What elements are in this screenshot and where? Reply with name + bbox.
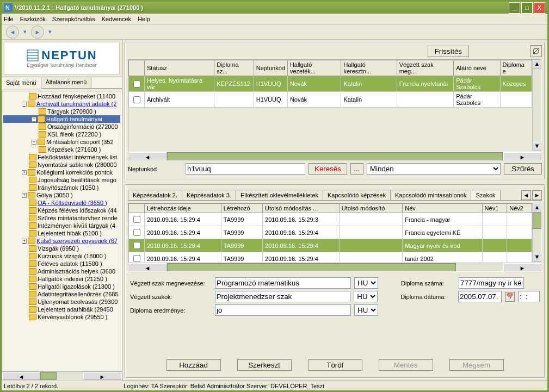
- tree-item[interactable]: Hallgatói igazolások (21300 ): [3, 283, 120, 290]
- browse-button[interactable]: ...: [350, 163, 363, 175]
- main-grid-vscroll[interactable]: ▲▼: [532, 60, 541, 151]
- main-grid-hscroll[interactable]: ◄ ►: [128, 152, 542, 161]
- column-header[interactable]: Név2: [507, 204, 532, 213]
- tree-item[interactable]: Féléves adatok (11500 ): [3, 260, 120, 267]
- tree-item[interactable]: +Kollégiumi korrekciós pontok: [3, 169, 120, 176]
- column-header[interactable]: Létrehozás ideje: [145, 204, 221, 213]
- tree-item[interactable]: Kurzusok vizsgái (18000 ): [3, 252, 120, 260]
- menu-tools[interactable]: Eszközök: [20, 16, 46, 22]
- tree-item[interactable]: Ujjlenyomat beolvasás (29300: [3, 298, 120, 306]
- table-row[interactable]: 2010.09.16. 15:29:4TA99992010.09.16. 15:…: [129, 226, 532, 239]
- subtab-szakok[interactable]: Szakok: [471, 190, 500, 200]
- tree-item[interactable]: +Mintasablon csoport (352: [3, 138, 120, 146]
- calendar-icon[interactable]: 📅: [505, 292, 515, 302]
- column-header[interactable]: Hallgató keresztn...: [341, 60, 397, 76]
- column-header[interactable]: Végzett szak meg...: [397, 60, 454, 76]
- tree-item[interactable]: Képzések (271600 ): [3, 146, 120, 153]
- tree-item[interactable]: Intézményen kívüli tárgyak (4: [3, 222, 120, 229]
- column-header[interactable]: Státusz: [145, 60, 214, 76]
- column-header[interactable]: Diploma sz...: [214, 60, 254, 76]
- row-checkbox[interactable]: [133, 229, 140, 236]
- tree-item[interactable]: Hallgatók indexei (21250 ): [3, 275, 120, 283]
- scroll-left-button[interactable]: ◄: [2, 372, 40, 380]
- nav-tree[interactable]: Hozzáad fényképeket (11400-Archivált tan…: [2, 91, 122, 371]
- search-button[interactable]: Keresés: [309, 163, 347, 175]
- tree-item[interactable]: +Hallgató tanulmányai: [3, 115, 120, 123]
- table-row[interactable]: 2010.09.16. 15:29:4TA99992010.09.16. 15:…: [129, 213, 532, 226]
- menu-role[interactable]: Szerepkörváltás: [52, 16, 95, 22]
- row-checkbox[interactable]: [133, 242, 140, 249]
- input-vegzett-szakok[interactable]: [215, 291, 351, 302]
- maximize-button[interactable]: □: [521, 2, 533, 14]
- tree-item[interactable]: Lejelentett hibák (5100 ): [3, 229, 120, 237]
- menu-file[interactable]: File: [4, 16, 14, 22]
- refresh-button[interactable]: Frissítés: [428, 46, 469, 57]
- table-row[interactable]: 2010.09.16. 15:29:4TA99992010.09.16. 15:…: [129, 239, 532, 252]
- sub-grid[interactable]: Létrehozás idejeLétrehozóUtolsó módosítá…: [128, 203, 532, 262]
- filter-button[interactable]: Szűrés: [504, 163, 542, 175]
- tree-item[interactable]: Képzés féléves időszakok (44: [3, 207, 120, 214]
- tree-item[interactable]: Vizsgák (6950 ): [3, 245, 120, 252]
- subtab-kepzes2[interactable]: Képzésadatok 2.: [128, 190, 182, 200]
- expander-icon[interactable]: +: [32, 140, 36, 145]
- table-row[interactable]: ArchiváltH1VUUQNovákKatalinPádár Szabolc…: [129, 92, 532, 108]
- minimize-button[interactable]: _: [509, 2, 520, 14]
- input-diploma-szama[interactable]: [459, 277, 524, 289]
- lang-select-3[interactable]: HU: [354, 304, 378, 316]
- sub-grid-hscroll[interactable]: ◄ ►: [128, 263, 542, 272]
- column-header[interactable]: Létrehozó: [221, 204, 262, 213]
- table-row[interactable]: Helyes, Nyomtatásra várKÉPZÉS112H1VUUQNo…: [129, 76, 532, 92]
- input-vegzett-szak[interactable]: [215, 277, 351, 289]
- tree-item[interactable]: Irányítószámok (1050 ): [3, 184, 120, 191]
- tree-item[interactable]: Nyomtatási sablonok (280000: [3, 161, 120, 169]
- tree-item[interactable]: -Archivált tanulmányi adatok (2: [3, 100, 120, 108]
- subtab-oklevelm[interactable]: Elkészített oklevélmellékletek: [236, 190, 323, 200]
- subgrid-scroll-thumb[interactable]: [167, 263, 456, 271]
- tree-item[interactable]: Lejelentett adathibák (29450: [3, 306, 120, 313]
- tree-item[interactable]: +Külső szervezeti egységek (67: [3, 237, 120, 245]
- tree-item[interactable]: XSL fileok (272200 ): [3, 130, 120, 138]
- tree-item[interactable]: Adminisztrációs helyek (3600: [3, 267, 120, 275]
- expander-icon[interactable]: +: [22, 193, 27, 198]
- subtab-kepzes3[interactable]: Képzésadatok 3.: [182, 190, 236, 200]
- column-header[interactable]: Utolsó módosítás ...: [263, 204, 340, 213]
- column-header[interactable]: Utolsó módosító: [339, 204, 403, 213]
- column-header[interactable]: Diploma e: [500, 60, 532, 76]
- lang-select-1[interactable]: HU: [354, 277, 378, 289]
- row-checkbox[interactable]: [133, 80, 140, 88]
- column-header[interactable]: Neptunkód: [254, 60, 287, 76]
- tree-item[interactable]: Szűrés mintatantervhez rende: [3, 214, 120, 222]
- lang-select-2[interactable]: HU: [354, 291, 378, 302]
- tree-item[interactable]: +Gólya (3050 ): [3, 191, 120, 199]
- expander-icon[interactable]: +: [22, 239, 27, 244]
- tree-item[interactable]: Jogosultság beállítások mego: [3, 176, 120, 184]
- row-checkbox[interactable]: [133, 96, 140, 103]
- input-diploma-datuma[interactable]: [458, 291, 502, 302]
- row-checkbox[interactable]: [133, 255, 140, 262]
- expander-icon[interactable]: +: [32, 117, 36, 122]
- column-header[interactable]: Hallgató vezeték...: [287, 60, 341, 76]
- add-button[interactable]: Hozzáad: [166, 359, 221, 371]
- menu-fav[interactable]: Kedvencek: [102, 16, 131, 22]
- tree-item[interactable]: Hozzáad fényképeket (11400: [3, 92, 120, 100]
- search-input[interactable]: [186, 163, 305, 175]
- close-button[interactable]: X: [534, 2, 545, 14]
- input-diploma-eredmenye[interactable]: [215, 304, 351, 316]
- column-header[interactable]: Aláíró neve: [454, 60, 500, 76]
- delete-button[interactable]: Töröl: [308, 359, 362, 371]
- sub-grid-vscroll[interactable]: ▲▼: [532, 203, 541, 262]
- nav-forward-button[interactable]: ►: [31, 26, 44, 39]
- row-checkbox[interactable]: [133, 216, 140, 223]
- tree-item[interactable]: Felsőoktatási intézmények list: [3, 153, 120, 161]
- filter-select[interactable]: Minden: [367, 163, 501, 175]
- subtab-kapcs-minta[interactable]: Kapcsolódó mintasablonok: [390, 190, 471, 200]
- column-header[interactable]: [129, 204, 145, 213]
- tree-hscroll[interactable]: ◄ ►: [2, 371, 122, 381]
- edit-button[interactable]: Szerkeszt: [237, 359, 292, 371]
- grid-scroll-right[interactable]: ►: [503, 152, 541, 160]
- tree-item[interactable]: Országinformáció (272000: [3, 123, 120, 130]
- tree-item[interactable]: OA - Költségviselő (3650 ): [3, 199, 120, 207]
- table-row[interactable]: 2010.09.16. 15:29:4TA99992010.09.16. 15:…: [129, 252, 532, 263]
- column-header[interactable]: [129, 60, 145, 76]
- subgrid-scroll-right[interactable]: ►: [503, 263, 541, 271]
